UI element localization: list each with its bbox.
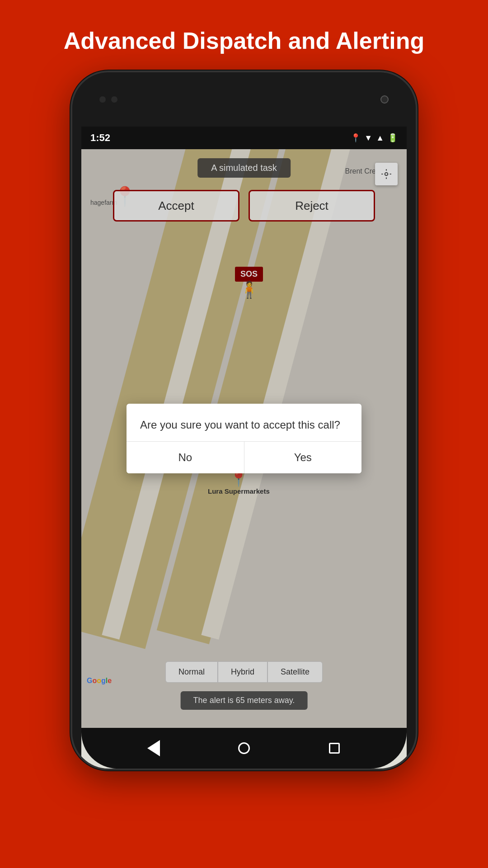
home-button[interactable] (233, 737, 255, 760)
dialog-no-button[interactable]: No (127, 442, 244, 473)
status-icons: 📍 ▼ ▲ 🔋 (351, 133, 398, 143)
wifi-icon: ▼ (364, 133, 372, 143)
phone-nav-bar (81, 728, 407, 769)
page-title-text: Advanced Dispatch and Alerting (0, 0, 488, 72)
speaker-dot-1 (99, 96, 106, 103)
front-camera-icon (380, 95, 389, 104)
phone-screen: 1:52 📍 ▼ ▲ 🔋 Brent Cres hagefarm A406 (81, 127, 407, 769)
signal-icon: ▲ (376, 133, 384, 143)
phone-shell: 1:52 📍 ▼ ▲ 🔋 Brent Cres hagefarm A406 (72, 72, 416, 769)
dialog-message: Are you sure you want to accept this cal… (127, 404, 361, 442)
speaker-dots (99, 96, 117, 103)
back-button[interactable] (142, 737, 165, 760)
dialog-overlay: Are you sure you want to accept this cal… (81, 149, 407, 728)
recent-apps-button[interactable] (323, 737, 346, 760)
location-icon: 📍 (351, 133, 361, 143)
status-time: 1:52 (90, 132, 110, 144)
dialog-buttons: No Yes (127, 441, 361, 473)
phone-container: 1:52 📍 ▼ ▲ 🔋 Brent Cres hagefarm A406 (72, 72, 416, 787)
status-bar: 1:52 📍 ▼ ▲ 🔋 (81, 127, 407, 149)
dialog-yes-button[interactable]: Yes (244, 442, 362, 473)
phone-top-bar (72, 72, 416, 127)
speaker-dot-2 (111, 96, 117, 103)
dialog-box: Are you sure you want to accept this cal… (127, 404, 361, 474)
map-area: Brent Cres hagefarm A406 N Circular 📍 A … (81, 149, 407, 728)
battery-icon: 🔋 (388, 133, 398, 143)
